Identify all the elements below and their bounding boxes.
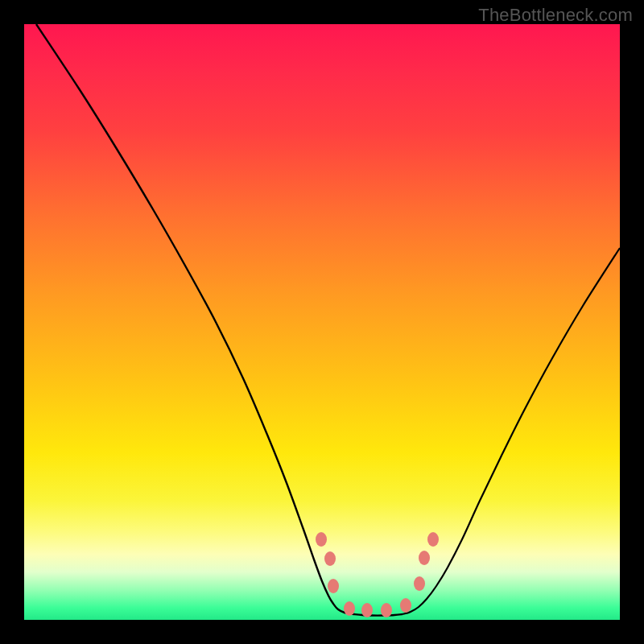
marker-dot — [414, 576, 425, 591]
left-curve — [36, 24, 354, 614]
watermark-text: TheBottleneck.com — [478, 5, 633, 26]
marker-dot — [324, 551, 336, 566]
marker-dot — [316, 532, 327, 547]
marker-dot — [427, 532, 439, 547]
marker-dot — [361, 603, 373, 617]
chart-svg — [24, 24, 620, 620]
marker-dot — [328, 579, 339, 593]
chart-frame: TheBottleneck.com — [0, 0, 644, 644]
marker-dot — [344, 601, 355, 616]
bottom-curve — [354, 614, 402, 616]
right-curve — [402, 248, 620, 614]
marker-dot — [381, 603, 392, 617]
marker-dot — [419, 551, 430, 565]
marker-dot — [400, 598, 411, 613]
